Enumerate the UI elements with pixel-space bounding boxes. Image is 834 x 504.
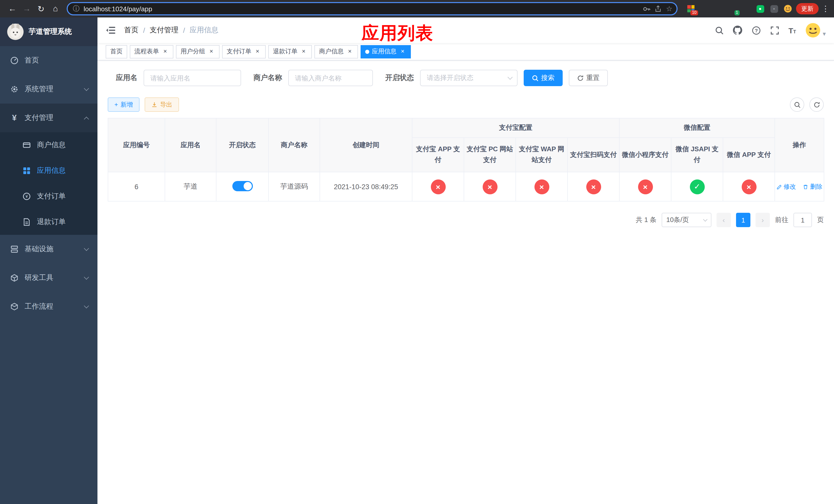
col-ops: 操作 (775, 118, 824, 172)
sidebar-item-system[interactable]: 系统管理 (0, 75, 97, 104)
gear-icon (10, 85, 19, 93)
box-icon (10, 274, 19, 282)
tab-user-group[interactable]: 用户分组 × (176, 45, 220, 58)
tab-home[interactable]: 首页 (106, 45, 127, 58)
col-created: 创建时间 (320, 118, 412, 172)
svg-text:?: ? (755, 28, 758, 33)
delete-link[interactable]: 删除 (803, 182, 822, 191)
sidebar-item-label: 退款订单 (37, 217, 66, 227)
extension-green-circle-icon[interactable] (742, 5, 750, 13)
breadcrumb-home[interactable]: 首页 (124, 26, 138, 35)
browser-toolbar: ← → ↻ ⌂ ⓘ localhost:1024/pay/app ☆ 10 (0, 0, 834, 18)
browser-update-button[interactable]: 更新 (796, 3, 819, 14)
browser-reload-button[interactable]: ↻ (34, 2, 48, 16)
search-icon[interactable] (715, 26, 724, 35)
address-bar[interactable]: ⓘ localhost:1024/pay/app ☆ (67, 2, 678, 15)
svg-text:¥: ¥ (25, 194, 28, 199)
extension-pin-icon[interactable]: ◦ (770, 5, 778, 13)
export-button[interactable]: 导出 (145, 97, 179, 112)
close-icon[interactable]: × (254, 48, 261, 55)
col-merchant: 商户名称 (268, 118, 320, 172)
tab-process-form[interactable]: 流程表单 × (130, 45, 173, 58)
merchant-name-input[interactable] (288, 70, 373, 86)
dashboard-icon (10, 56, 19, 65)
sidebar-item-label: 首页 (25, 56, 39, 65)
extensions-bar: 10 1 ● ◦ (687, 5, 792, 13)
prev-page-button[interactable]: ‹ (717, 213, 731, 227)
app-name-input[interactable] (144, 70, 241, 86)
close-icon[interactable]: × (346, 48, 353, 55)
extension-wechat-icon[interactable]: ● (756, 5, 764, 13)
chevron-down-icon (507, 75, 513, 80)
sidebar-logo-row[interactable]: 芋道管理系统 (0, 18, 97, 46)
close-icon[interactable]: × (208, 48, 215, 55)
goto-label: 前往 (775, 215, 788, 225)
tab-merchant-info[interactable]: 商户信息 × (314, 45, 358, 58)
sidebar-item-infra[interactable]: 基础设施 (0, 235, 97, 264)
tab-pay-order[interactable]: 支付订单 × (222, 45, 266, 58)
chevron-down-icon (84, 275, 89, 280)
refresh-button[interactable] (809, 97, 824, 112)
toggle-search-button[interactable] (790, 97, 804, 112)
sidebar-item-app-info[interactable]: 应用信息 (0, 158, 97, 184)
extension-profile-icon[interactable]: 1 (728, 5, 737, 13)
sidebar-item-workflow[interactable]: 工作流程 (0, 292, 97, 321)
help-icon[interactable]: ? (752, 26, 761, 35)
add-button[interactable]: + 新增 (108, 97, 139, 112)
col-alipay-pc: 支付宝 PC 网站支付 (464, 138, 516, 172)
col-wx-jsapi: 微信 JSAPI 支付 (671, 138, 723, 172)
site-info-icon[interactable]: ⓘ (73, 4, 80, 13)
main-area: 首页 / 支付管理 / 应用信息 应用列表 ? T (97, 18, 834, 504)
sidebar-item-pay-order[interactable]: ¥ 支付订单 (0, 184, 97, 209)
sidebar-item-payment[interactable]: ¥ 支付管理 (0, 104, 97, 132)
github-icon[interactable] (733, 26, 743, 35)
browser-forward-button[interactable]: → (20, 2, 34, 16)
tab-app-info[interactable]: 应用信息 × (360, 45, 411, 58)
sidebar-item-label: 支付订单 (37, 192, 66, 201)
extension-badge: 10 (690, 10, 698, 15)
browser-home-button[interactable]: ⌂ (48, 2, 63, 16)
browser-menu-icon[interactable]: ⋮ (822, 4, 829, 13)
tab-refund-order[interactable]: 退款订单 × (268, 45, 312, 58)
tags-view: 首页 流程表单 × 用户分组 × 支付订单 × 退款订单 × 商户信息 × (97, 43, 834, 61)
status-toggle[interactable] (232, 181, 253, 191)
page-content: 应用名 商户名称 开启状态 请选择开启状态 搜索 (97, 61, 834, 227)
table-toolbar: + 新增 导出 (108, 97, 824, 112)
password-key-icon[interactable] (643, 5, 651, 13)
sidebar-item-home[interactable]: 首页 (0, 46, 97, 75)
close-icon[interactable]: × (161, 48, 169, 55)
browser-back-button[interactable]: ← (5, 2, 20, 16)
share-icon[interactable] (655, 5, 662, 12)
document-icon (23, 218, 31, 226)
search-button[interactable]: 搜索 (524, 70, 563, 86)
navbar-actions: ? TT ▾ (715, 23, 826, 38)
app-title: 芋道管理系统 (29, 27, 72, 37)
extension-emoji-icon[interactable] (784, 5, 792, 13)
next-page-button[interactable]: › (755, 213, 770, 227)
chevron-down-icon (84, 246, 89, 251)
user-avatar[interactable]: ▾ (805, 23, 826, 38)
alipay-app-status-icon: × (431, 179, 445, 194)
reset-button[interactable]: 重置 (569, 70, 608, 86)
fullscreen-icon[interactable] (770, 26, 780, 35)
breadcrumb-payment[interactable]: 支付管理 (150, 26, 178, 35)
page-1-button[interactable]: 1 (736, 213, 750, 227)
app-logo (7, 24, 24, 40)
page-size-select[interactable]: 10条/页 (662, 213, 711, 227)
edit-link[interactable]: 修改 (776, 182, 796, 191)
bookmark-star-icon[interactable]: ☆ (666, 5, 673, 13)
goto-page-input[interactable] (793, 213, 812, 227)
sidebar-item-merchant-info[interactable]: 商户信息 (0, 132, 97, 158)
extension-dark-circle-icon[interactable] (715, 5, 723, 13)
sidebar-item-devtools[interactable]: 研发工具 (0, 264, 97, 292)
workflow-icon (10, 302, 19, 311)
status-select[interactable]: 请选择开启状态 (420, 70, 518, 86)
close-icon[interactable]: × (300, 48, 307, 55)
extension-grid-icon[interactable]: 10 (687, 5, 695, 13)
extension-drop-icon[interactable] (701, 5, 709, 13)
sidebar-fold-icon[interactable] (106, 25, 116, 36)
font-size-icon[interactable]: TT (789, 26, 796, 35)
sidebar-item-label: 商户信息 (37, 140, 66, 150)
close-icon[interactable]: × (399, 48, 406, 55)
sidebar-item-refund-order[interactable]: 退款订单 (0, 209, 97, 235)
